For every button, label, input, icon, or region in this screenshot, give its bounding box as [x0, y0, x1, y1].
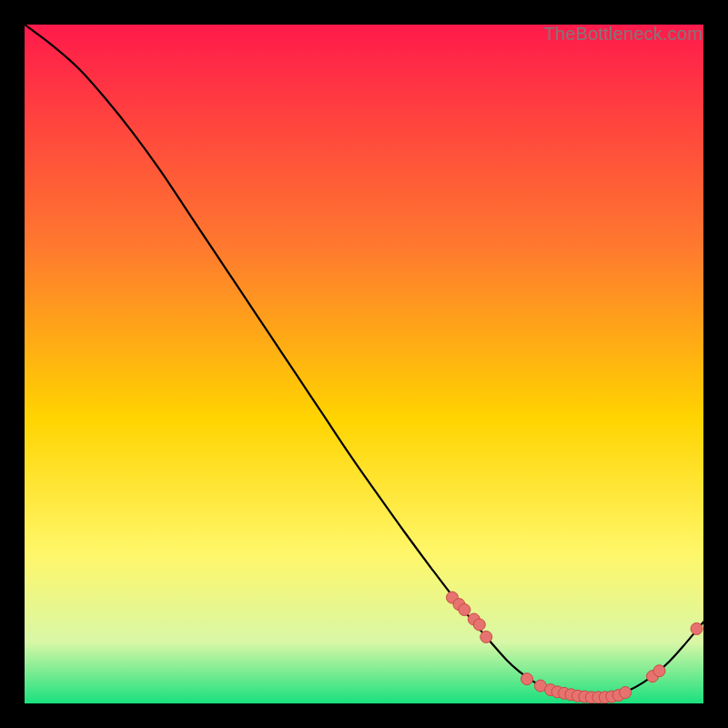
marker-point: [459, 604, 470, 616]
gradient-background: [25, 25, 703, 703]
marker-point: [521, 673, 533, 685]
plot-area: [25, 25, 703, 703]
marker-point: [480, 631, 492, 642]
marker-point: [473, 619, 485, 631]
watermark-text: TheBottleneck.com: [543, 24, 703, 45]
marker-point: [620, 687, 632, 699]
chart-svg: [25, 25, 703, 703]
marker-point: [653, 665, 665, 677]
marker-point: [691, 622, 703, 634]
chart-stage: TheBottleneck.com: [0, 0, 728, 728]
